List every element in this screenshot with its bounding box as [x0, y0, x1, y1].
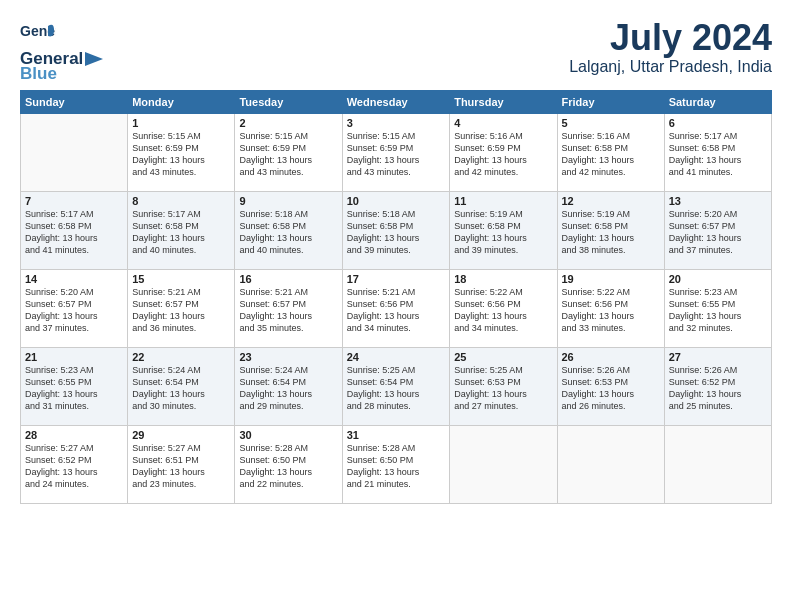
- logo-blue: Blue: [20, 65, 103, 82]
- day-number: 5: [562, 117, 660, 129]
- day-number: 4: [454, 117, 552, 129]
- logo-flag-icon: [85, 52, 103, 66]
- table-row: 15Sunrise: 5:21 AM Sunset: 6:57 PM Dayli…: [128, 270, 235, 348]
- day-number: 8: [132, 195, 230, 207]
- day-number: 13: [669, 195, 767, 207]
- day-number: 6: [669, 117, 767, 129]
- day-info: Sunrise: 5:27 AM Sunset: 6:51 PM Dayligh…: [132, 442, 230, 491]
- day-info: Sunrise: 5:15 AM Sunset: 6:59 PM Dayligh…: [132, 130, 230, 179]
- calendar-week-row: 21Sunrise: 5:23 AM Sunset: 6:55 PM Dayli…: [21, 348, 772, 426]
- title-month-year: July 2024: [569, 18, 772, 58]
- table-row: 4Sunrise: 5:16 AM Sunset: 6:59 PM Daylig…: [450, 114, 557, 192]
- col-saturday: Saturday: [664, 91, 771, 114]
- day-info: Sunrise: 5:21 AM Sunset: 6:56 PM Dayligh…: [347, 286, 445, 335]
- day-info: Sunrise: 5:17 AM Sunset: 6:58 PM Dayligh…: [669, 130, 767, 179]
- table-row: 18Sunrise: 5:22 AM Sunset: 6:56 PM Dayli…: [450, 270, 557, 348]
- day-number: 22: [132, 351, 230, 363]
- table-row: [664, 426, 771, 504]
- day-number: 30: [239, 429, 337, 441]
- day-info: Sunrise: 5:21 AM Sunset: 6:57 PM Dayligh…: [132, 286, 230, 335]
- day-info: Sunrise: 5:25 AM Sunset: 6:53 PM Dayligh…: [454, 364, 552, 413]
- table-row: 12Sunrise: 5:19 AM Sunset: 6:58 PM Dayli…: [557, 192, 664, 270]
- table-row: 22Sunrise: 5:24 AM Sunset: 6:54 PM Dayli…: [128, 348, 235, 426]
- day-info: Sunrise: 5:15 AM Sunset: 6:59 PM Dayligh…: [239, 130, 337, 179]
- table-row: 2Sunrise: 5:15 AM Sunset: 6:59 PM Daylig…: [235, 114, 342, 192]
- calendar-week-row: 28Sunrise: 5:27 AM Sunset: 6:52 PM Dayli…: [21, 426, 772, 504]
- table-row: 6Sunrise: 5:17 AM Sunset: 6:58 PM Daylig…: [664, 114, 771, 192]
- day-info: Sunrise: 5:19 AM Sunset: 6:58 PM Dayligh…: [454, 208, 552, 257]
- day-number: 9: [239, 195, 337, 207]
- table-row: 26Sunrise: 5:26 AM Sunset: 6:53 PM Dayli…: [557, 348, 664, 426]
- table-row: 19Sunrise: 5:22 AM Sunset: 6:56 PM Dayli…: [557, 270, 664, 348]
- day-number: 2: [239, 117, 337, 129]
- day-info: Sunrise: 5:22 AM Sunset: 6:56 PM Dayligh…: [454, 286, 552, 335]
- table-row: 9Sunrise: 5:18 AM Sunset: 6:58 PM Daylig…: [235, 192, 342, 270]
- table-row: 24Sunrise: 5:25 AM Sunset: 6:54 PM Dayli…: [342, 348, 449, 426]
- day-info: Sunrise: 5:19 AM Sunset: 6:58 PM Dayligh…: [562, 208, 660, 257]
- day-number: 29: [132, 429, 230, 441]
- day-info: Sunrise: 5:20 AM Sunset: 6:57 PM Dayligh…: [669, 208, 767, 257]
- day-info: Sunrise: 5:23 AM Sunset: 6:55 PM Dayligh…: [669, 286, 767, 335]
- title-location: Lalganj, Uttar Pradesh, India: [569, 58, 772, 76]
- table-row: 11Sunrise: 5:19 AM Sunset: 6:58 PM Dayli…: [450, 192, 557, 270]
- day-info: Sunrise: 5:15 AM Sunset: 6:59 PM Dayligh…: [347, 130, 445, 179]
- day-number: 7: [25, 195, 123, 207]
- table-row: [450, 426, 557, 504]
- day-number: 18: [454, 273, 552, 285]
- calendar-week-row: 1Sunrise: 5:15 AM Sunset: 6:59 PM Daylig…: [21, 114, 772, 192]
- day-info: Sunrise: 5:26 AM Sunset: 6:53 PM Dayligh…: [562, 364, 660, 413]
- table-row: 13Sunrise: 5:20 AM Sunset: 6:57 PM Dayli…: [664, 192, 771, 270]
- table-row: 5Sunrise: 5:16 AM Sunset: 6:58 PM Daylig…: [557, 114, 664, 192]
- page: General General Blue July 2024 Lalganj, …: [0, 0, 792, 612]
- col-friday: Friday: [557, 91, 664, 114]
- table-row: 1Sunrise: 5:15 AM Sunset: 6:59 PM Daylig…: [128, 114, 235, 192]
- day-info: Sunrise: 5:17 AM Sunset: 6:58 PM Dayligh…: [132, 208, 230, 257]
- day-info: Sunrise: 5:21 AM Sunset: 6:57 PM Dayligh…: [239, 286, 337, 335]
- day-info: Sunrise: 5:22 AM Sunset: 6:56 PM Dayligh…: [562, 286, 660, 335]
- day-info: Sunrise: 5:20 AM Sunset: 6:57 PM Dayligh…: [25, 286, 123, 335]
- calendar-week-row: 14Sunrise: 5:20 AM Sunset: 6:57 PM Dayli…: [21, 270, 772, 348]
- header: General General Blue July 2024 Lalganj, …: [20, 18, 772, 82]
- day-number: 27: [669, 351, 767, 363]
- col-monday: Monday: [128, 91, 235, 114]
- table-row: 10Sunrise: 5:18 AM Sunset: 6:58 PM Dayli…: [342, 192, 449, 270]
- day-info: Sunrise: 5:28 AM Sunset: 6:50 PM Dayligh…: [239, 442, 337, 491]
- col-sunday: Sunday: [21, 91, 128, 114]
- day-info: Sunrise: 5:18 AM Sunset: 6:58 PM Dayligh…: [347, 208, 445, 257]
- day-number: 17: [347, 273, 445, 285]
- table-row: [557, 426, 664, 504]
- day-number: 15: [132, 273, 230, 285]
- day-number: 25: [454, 351, 552, 363]
- table-row: 17Sunrise: 5:21 AM Sunset: 6:56 PM Dayli…: [342, 270, 449, 348]
- day-number: 11: [454, 195, 552, 207]
- table-row: [21, 114, 128, 192]
- day-number: 19: [562, 273, 660, 285]
- table-row: 27Sunrise: 5:26 AM Sunset: 6:52 PM Dayli…: [664, 348, 771, 426]
- table-row: 29Sunrise: 5:27 AM Sunset: 6:51 PM Dayli…: [128, 426, 235, 504]
- table-row: 16Sunrise: 5:21 AM Sunset: 6:57 PM Dayli…: [235, 270, 342, 348]
- day-number: 28: [25, 429, 123, 441]
- logo: General General Blue: [20, 18, 103, 82]
- logo-icon: General: [20, 18, 56, 54]
- day-number: 24: [347, 351, 445, 363]
- svg-marker-1: [85, 52, 103, 66]
- table-row: 14Sunrise: 5:20 AM Sunset: 6:57 PM Dayli…: [21, 270, 128, 348]
- day-info: Sunrise: 5:17 AM Sunset: 6:58 PM Dayligh…: [25, 208, 123, 257]
- day-number: 3: [347, 117, 445, 129]
- day-info: Sunrise: 5:26 AM Sunset: 6:52 PM Dayligh…: [669, 364, 767, 413]
- day-number: 21: [25, 351, 123, 363]
- day-number: 26: [562, 351, 660, 363]
- day-number: 20: [669, 273, 767, 285]
- table-row: 3Sunrise: 5:15 AM Sunset: 6:59 PM Daylig…: [342, 114, 449, 192]
- day-info: Sunrise: 5:16 AM Sunset: 6:58 PM Dayligh…: [562, 130, 660, 179]
- calendar-table: Sunday Monday Tuesday Wednesday Thursday…: [20, 90, 772, 504]
- col-wednesday: Wednesday: [342, 91, 449, 114]
- day-info: Sunrise: 5:18 AM Sunset: 6:58 PM Dayligh…: [239, 208, 337, 257]
- day-number: 23: [239, 351, 337, 363]
- table-row: 21Sunrise: 5:23 AM Sunset: 6:55 PM Dayli…: [21, 348, 128, 426]
- day-info: Sunrise: 5:27 AM Sunset: 6:52 PM Dayligh…: [25, 442, 123, 491]
- day-number: 1: [132, 117, 230, 129]
- day-number: 10: [347, 195, 445, 207]
- day-info: Sunrise: 5:23 AM Sunset: 6:55 PM Dayligh…: [25, 364, 123, 413]
- table-row: 31Sunrise: 5:28 AM Sunset: 6:50 PM Dayli…: [342, 426, 449, 504]
